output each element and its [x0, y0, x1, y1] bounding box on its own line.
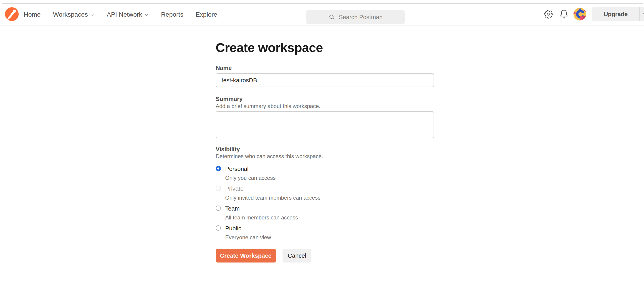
postman-logo-icon[interactable] — [5, 7, 19, 21]
radio-personal-description: Only you can access — [225, 175, 276, 181]
chevron-down-icon — [642, 12, 644, 17]
notifications-bell-icon[interactable] — [558, 8, 570, 21]
radio-private-label[interactable]: Private — [225, 185, 244, 192]
page-title: Create workspace — [216, 40, 323, 55]
summary-field-label: Summary — [216, 95, 243, 102]
radio-private-description: Only invited team members can access — [225, 195, 320, 201]
nav-item-explore[interactable]: Explore — [196, 11, 217, 18]
nav-item-label: Reports — [161, 11, 183, 18]
main-nav: Home Workspaces API Network Reports Expl… — [24, 4, 217, 26]
radio-personal-label[interactable]: Personal — [225, 166, 249, 173]
top-navigation-bar: Home Workspaces API Network Reports Expl… — [0, 0, 644, 26]
summary-field-help: Add a brief summary about this workspace… — [216, 103, 320, 109]
workspace-summary-textarea[interactable] — [216, 111, 434, 138]
chevron-down-icon — [144, 13, 149, 17]
settings-gear-icon[interactable] — [542, 8, 554, 21]
nav-item-label: Workspaces — [53, 11, 88, 18]
global-search-input[interactable]: Search Postman — [306, 10, 405, 24]
nav-item-workspaces[interactable]: Workspaces — [53, 11, 95, 18]
name-field-label: Name — [216, 65, 232, 72]
radio-team[interactable] — [216, 206, 221, 211]
upgrade-caret-button[interactable] — [640, 7, 644, 21]
workspace-name-input[interactable] — [216, 73, 434, 87]
radio-team-description: All team members can access — [225, 214, 298, 221]
user-avatar[interactable] — [574, 8, 586, 21]
visibility-section-help: Determines who can access this workspace… — [216, 153, 323, 160]
radio-public-description: Everyone can view — [225, 234, 271, 241]
visibility-section-label: Visibility — [216, 146, 240, 153]
radio-private[interactable] — [216, 186, 221, 191]
create-workspace-button[interactable]: Create Workspace — [216, 249, 276, 262]
chevron-down-icon — [90, 13, 94, 17]
nav-item-api-network[interactable]: API Network — [107, 11, 149, 18]
radio-public-label[interactable]: Public — [225, 225, 241, 232]
nav-item-label: Home — [24, 11, 41, 18]
radio-public[interactable] — [216, 225, 221, 231]
upgrade-label: Upgrade — [604, 11, 628, 18]
nav-item-home[interactable]: Home — [24, 11, 41, 18]
cancel-button[interactable]: Cancel — [282, 249, 312, 262]
radio-team-label[interactable]: Team — [225, 205, 240, 212]
create-workspace-button-label: Create Workspace — [220, 252, 272, 259]
search-placeholder: Search Postman — [339, 14, 382, 21]
nav-item-label: API Network — [107, 11, 142, 18]
upgrade-button[interactable]: Upgrade — [592, 7, 640, 21]
radio-personal[interactable] — [216, 166, 221, 171]
nav-item-reports[interactable]: Reports — [161, 11, 183, 18]
search-icon — [328, 14, 335, 21]
upgrade-split-button: Upgrade — [592, 7, 644, 21]
cancel-button-label: Cancel — [288, 252, 306, 259]
nav-item-label: Explore — [196, 11, 217, 18]
